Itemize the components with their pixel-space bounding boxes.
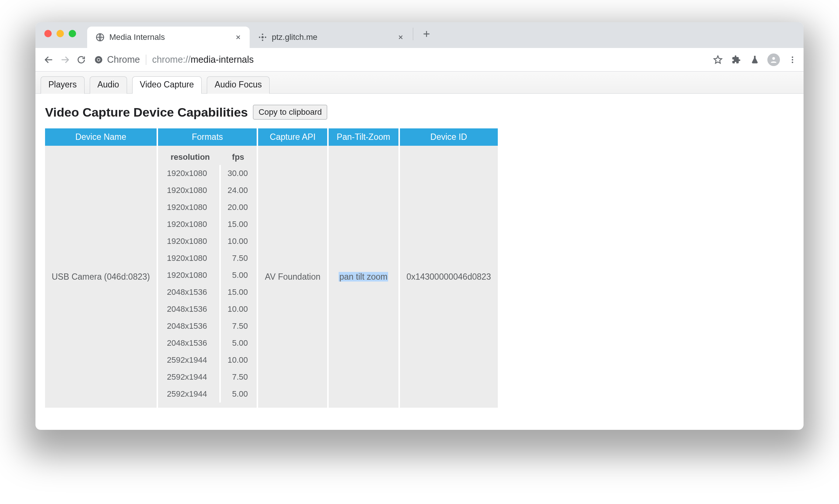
svg-point-9 bbox=[772, 57, 775, 59]
svg-point-12 bbox=[792, 62, 793, 63]
format-resolution: 1920x1080 bbox=[160, 216, 220, 233]
close-tab-icon[interactable] bbox=[235, 34, 242, 41]
format-row: 1920x108030.00 bbox=[160, 165, 254, 182]
format-fps: 7.50 bbox=[220, 369, 254, 386]
window-controls bbox=[44, 30, 76, 37]
toolbar-right bbox=[712, 53, 798, 66]
internal-tab-audio-focus[interactable]: Audio Focus bbox=[207, 76, 270, 94]
format-fps: 5.00 bbox=[220, 267, 254, 284]
close-window-button[interactable] bbox=[44, 30, 52, 37]
format-row: 2592x19447.50 bbox=[160, 369, 254, 386]
ptz-value: pan tilt zoom bbox=[339, 272, 388, 282]
internal-tab-audio[interactable]: Audio bbox=[90, 76, 127, 94]
format-row: 1920x10805.00 bbox=[160, 267, 254, 284]
internal-tabs: Players Audio Video Capture Audio Focus bbox=[35, 72, 804, 94]
formats-col-resolution: resolution bbox=[160, 151, 220, 165]
format-fps: 5.00 bbox=[220, 386, 254, 403]
format-resolution: 1920x1080 bbox=[160, 199, 220, 216]
col-capture-api[interactable]: Capture API bbox=[257, 128, 328, 146]
tab-title: Media Internals bbox=[109, 32, 230, 42]
format-resolution: 2048x1536 bbox=[160, 318, 220, 335]
format-fps: 30.00 bbox=[220, 165, 254, 182]
format-resolution: 1920x1080 bbox=[160, 233, 220, 250]
format-resolution: 1920x1080 bbox=[160, 165, 220, 182]
format-row: 2592x19445.00 bbox=[160, 386, 254, 403]
capture-api-cell: AV Foundation bbox=[257, 146, 328, 408]
svg-point-3 bbox=[262, 39, 263, 41]
svg-point-11 bbox=[792, 59, 793, 61]
format-row: 1920x108024.00 bbox=[160, 182, 254, 199]
device-id-cell: 0x14300000046d0823 bbox=[399, 146, 498, 408]
url-scheme: chrome:// bbox=[152, 54, 191, 65]
back-button[interactable] bbox=[41, 52, 57, 68]
context-label: Chrome bbox=[107, 54, 140, 65]
format-fps: 7.50 bbox=[220, 318, 254, 335]
format-row: 1920x10807.50 bbox=[160, 250, 254, 267]
format-fps: 20.00 bbox=[220, 199, 254, 216]
format-resolution: 2048x1536 bbox=[160, 301, 220, 318]
kebab-menu-icon[interactable] bbox=[787, 54, 798, 66]
svg-point-8 bbox=[97, 59, 100, 61]
format-fps: 24.00 bbox=[220, 182, 254, 199]
browser-window: Media Internals ptz.glitch.me bbox=[35, 22, 804, 430]
format-row: 2048x153610.00 bbox=[160, 301, 254, 318]
forward-button[interactable] bbox=[57, 52, 73, 68]
col-device-id[interactable]: Device ID bbox=[399, 128, 498, 146]
browser-tab-ptz[interactable]: ptz.glitch.me bbox=[250, 27, 412, 48]
labs-flask-icon[interactable] bbox=[749, 54, 761, 66]
navbar: Chrome chrome://media-internals bbox=[35, 48, 804, 72]
format-row: 1920x108020.00 bbox=[160, 199, 254, 216]
format-fps: 5.00 bbox=[220, 335, 254, 352]
col-device-name[interactable]: Device Name bbox=[45, 128, 157, 146]
profile-avatar[interactable] bbox=[767, 53, 780, 66]
formats-cell: resolutionfps1920x108030.001920x108024.0… bbox=[157, 146, 257, 408]
page-heading: Video Capture Device Capabilities bbox=[45, 105, 248, 120]
close-tab-icon[interactable] bbox=[397, 34, 404, 41]
format-resolution: 2048x1536 bbox=[160, 335, 220, 352]
format-resolution: 1920x1080 bbox=[160, 182, 220, 199]
svg-point-5 bbox=[265, 37, 266, 38]
svg-point-1 bbox=[261, 36, 264, 38]
formats-col-fps: fps bbox=[220, 151, 254, 165]
format-fps: 10.00 bbox=[220, 301, 254, 318]
svg-point-10 bbox=[792, 56, 793, 58]
format-resolution: 1920x1080 bbox=[160, 267, 220, 284]
format-fps: 10.00 bbox=[220, 233, 254, 250]
copy-to-clipboard-button[interactable]: Copy to clipboard bbox=[253, 105, 327, 120]
format-row: 1920x108010.00 bbox=[160, 233, 254, 250]
reload-button[interactable] bbox=[73, 52, 89, 68]
svg-point-2 bbox=[262, 34, 263, 35]
col-pan-tilt-zoom[interactable]: Pan-Tilt-Zoom bbox=[328, 128, 399, 146]
tabstrip: Media Internals ptz.glitch.me bbox=[35, 22, 804, 48]
format-fps: 10.00 bbox=[220, 352, 254, 369]
device-name-cell: USB Camera (046d:0823) bbox=[45, 146, 157, 408]
format-resolution: 2048x1536 bbox=[160, 284, 220, 301]
internal-tab-players[interactable]: Players bbox=[41, 76, 85, 94]
new-tab-button[interactable] bbox=[419, 27, 434, 41]
format-row: 2048x15365.00 bbox=[160, 335, 254, 352]
omnibox[interactable]: Chrome chrome://media-internals bbox=[94, 51, 708, 69]
format-fps: 7.50 bbox=[220, 250, 254, 267]
tab-title: ptz.glitch.me bbox=[272, 32, 393, 42]
tab-separator bbox=[413, 28, 413, 40]
format-resolution: 1920x1080 bbox=[160, 250, 220, 267]
format-fps: 15.00 bbox=[220, 284, 254, 301]
format-row: 1920x108015.00 bbox=[160, 216, 254, 233]
bookmark-star-icon[interactable] bbox=[712, 54, 724, 66]
site-favicon-icon bbox=[258, 32, 267, 42]
format-fps: 15.00 bbox=[220, 216, 254, 233]
internal-tab-video-capture[interactable]: Video Capture bbox=[132, 76, 202, 94]
separator bbox=[146, 55, 146, 65]
url-text: chrome://media-internals bbox=[152, 54, 254, 65]
format-resolution: 2592x1944 bbox=[160, 369, 220, 386]
format-row: 2592x194410.00 bbox=[160, 352, 254, 369]
content: Video Capture Device Capabilities Copy t… bbox=[35, 94, 804, 430]
format-row: 2048x15367.50 bbox=[160, 318, 254, 335]
site-chip[interactable]: Chrome bbox=[94, 54, 140, 65]
browser-tab-media-internals[interactable]: Media Internals bbox=[87, 27, 250, 48]
ptz-cell: pan tilt zoom bbox=[328, 146, 399, 408]
col-formats[interactable]: Formats bbox=[157, 128, 257, 146]
minimize-window-button[interactable] bbox=[56, 30, 64, 37]
extensions-icon[interactable] bbox=[730, 54, 742, 66]
maximize-window-button[interactable] bbox=[69, 30, 76, 37]
